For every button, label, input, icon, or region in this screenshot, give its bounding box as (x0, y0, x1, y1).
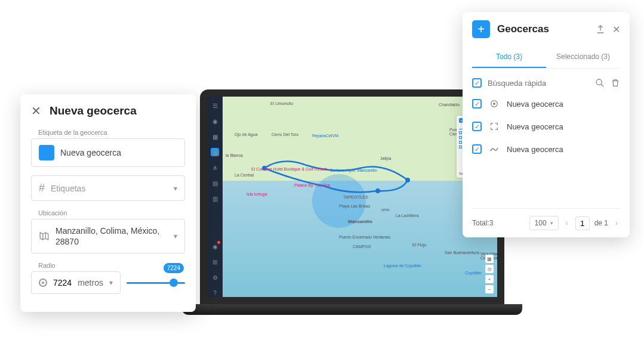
slider-thumb[interactable] (170, 279, 178, 287)
geofences-list-panel: + Geocercas ✕ Todo (3) Seleccionado (3) … (463, 12, 630, 237)
map-label: El Limoncito (270, 101, 293, 106)
mini-checkbox[interactable] (459, 136, 462, 139)
location-input[interactable]: Manzanillo, Colima, México, 28870 ▾ (31, 219, 185, 253)
sidebar-help-icon[interactable]: ? (211, 289, 219, 297)
item-checkbox[interactable] (472, 144, 482, 154)
search-icon[interactable] (595, 78, 605, 88)
path-geofence-icon (489, 144, 500, 154)
per-page-select[interactable]: 100 ▾ (529, 216, 559, 230)
sidebar-settings-icon[interactable]: ⚙ (211, 273, 219, 281)
map-view[interactable]: El Limoncito Ojo de Agua Cerro Del Toro … (223, 97, 497, 297)
tab-all[interactable]: Todo (3) (472, 47, 546, 68)
tags-placeholder: Etiquetas (51, 184, 85, 193)
geofence-name-value: Nueva geocerca (60, 148, 121, 157)
sidebar-report-icon[interactable]: ▤ (211, 179, 219, 187)
panel-title: Geocercas (497, 23, 588, 35)
chevron-down-icon: ▾ (174, 232, 177, 240)
chevron-down-icon: ▾ (109, 279, 113, 287)
map-zoom-out-button[interactable]: − (485, 285, 494, 293)
circle-geofence-icon (489, 98, 500, 109)
sidebar-user-icon[interactable]: ◉ (211, 117, 219, 125)
geofence-name: Nueva geocerca (507, 122, 563, 131)
radius-input[interactable]: 7224 metros ▾ (31, 271, 121, 294)
sidebar-notif-icon[interactable]: ◉ (211, 242, 219, 250)
radius-value: 7224 (53, 278, 72, 287)
upload-icon[interactable] (596, 24, 605, 34)
sidebar-apps-icon[interactable]: ⊞ (211, 258, 219, 266)
chevron-down-icon: ▾ (174, 184, 177, 193)
rect-geofence-icon (489, 121, 500, 132)
map-label: El Corazon Hotel Boutique & Golf Resort (251, 167, 326, 171)
delete-icon[interactable] (611, 78, 620, 88)
geofence-label-caption: Etiqueta de la geocerca (31, 129, 185, 136)
svg-point-3 (596, 79, 602, 85)
map-label: ReparaCelVM (312, 134, 338, 138)
map-label: El Ciruelo (473, 297, 491, 301)
slider-value-bubble: 7224 (164, 263, 184, 273)
geofence-name-input[interactable]: Nueva geocerca (31, 138, 185, 167)
svg-point-1 (375, 188, 380, 193)
mini-checkbox[interactable] (459, 131, 462, 134)
close-icon[interactable]: ✕ (612, 24, 620, 35)
radius-slider[interactable]: 7224 (127, 274, 185, 292)
geofence-name: Nueva geocerca (507, 145, 563, 154)
map-label: omo (381, 208, 390, 212)
page-of-label: de 1 (594, 219, 608, 227)
search-input[interactable] (488, 79, 589, 88)
page-input[interactable] (575, 216, 590, 230)
chevron-down-icon: ▾ (550, 220, 553, 226)
select-all-checkbox[interactable] (472, 78, 482, 88)
panel-title: Nueva geocerca (50, 104, 137, 117)
radius-caption: Radio (31, 262, 185, 269)
close-icon[interactable]: ✕ (31, 104, 41, 118)
map-label: la Blanca (226, 153, 243, 157)
sidebar-menu-icon[interactable]: ☰ (211, 101, 219, 110)
item-checkbox[interactable] (472, 122, 482, 131)
map-label: Puerto Encerrado Ventanas (339, 235, 390, 239)
item-checkbox[interactable] (472, 99, 482, 109)
geofence-item[interactable]: Nueva geocerca (472, 92, 620, 115)
geofence-item[interactable]: Nueva geocerca (472, 115, 620, 138)
geofence-name: Nueva geocerca (507, 100, 563, 109)
map-label: Manzanillo (348, 219, 372, 224)
sidebar-share-icon[interactable]: ⋔ (211, 163, 219, 172)
laptop-base (182, 304, 522, 315)
tags-input[interactable]: # Etiquetas ▾ (31, 175, 185, 201)
hash-icon: # (39, 182, 45, 194)
radius-unit: metros (78, 278, 103, 287)
location-value: Manzanillo, Colima, México, 28870 (56, 225, 168, 247)
map-label: Isla tortuga (246, 192, 267, 196)
map-label: Cuyutlán (465, 271, 482, 275)
map-label: San Buenaventura (445, 250, 479, 255)
map-label: Cerro Del Toro (272, 132, 298, 137)
mini-checkbox[interactable] (459, 146, 462, 148)
location-caption: Ubicación (31, 209, 185, 216)
map-zoom-in-button[interactable]: + (485, 275, 494, 283)
map-label: CAMPOS (353, 245, 371, 249)
pagination: Total:3 100 ▾ ‹ de 1 › (472, 208, 620, 230)
sidebar-building-icon[interactable]: ▥ (211, 194, 219, 203)
map-label: Jalipa (380, 156, 391, 160)
circle-icon (39, 279, 47, 287)
map-label: Ojo de Agua (235, 132, 258, 137)
map-controls: ▦ ◎ + − (485, 255, 494, 293)
add-geofence-button[interactable]: + (472, 20, 490, 38)
map-layers-button[interactable]: ▦ (485, 255, 494, 263)
prev-page-button[interactable]: ‹ (563, 219, 571, 227)
mini-checkbox[interactable] (459, 141, 462, 144)
app-sidebar: ☰ ◉ ▦ ▣ ⋔ ▤ ▥ ◉ ⊞ ⚙ ? (207, 97, 223, 297)
map-label: La Central (235, 173, 254, 177)
geofence-item[interactable]: Nueva geocerca (472, 138, 620, 160)
laptop-screen: ☰ ◉ ▦ ▣ ⋔ ▤ ▥ ◉ ⊞ ⚙ ? El Limoncito Ojo d… (200, 89, 504, 304)
map-label: Laguna de Cuyutlán (384, 264, 421, 268)
map-label: Soriana Híper Manzanillo (330, 168, 377, 172)
sidebar-layers-icon[interactable]: ▦ (211, 132, 219, 141)
map-label: TAPEIXTLES (343, 195, 368, 199)
map-label: La Ladrillera (396, 214, 419, 218)
sidebar-geofence-icon[interactable]: ▣ (211, 148, 219, 156)
next-page-button[interactable]: › (613, 219, 620, 227)
tabs: Todo (3) Seleccionado (3) (472, 47, 620, 69)
map-locate-button[interactable]: ◎ (485, 265, 494, 273)
tab-selected[interactable]: Seleccionado (3) (546, 47, 620, 68)
color-swatch[interactable] (39, 145, 54, 160)
